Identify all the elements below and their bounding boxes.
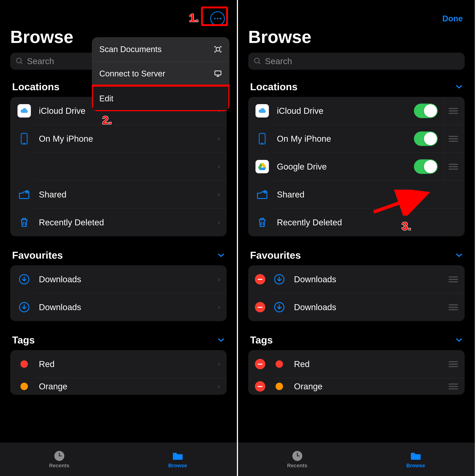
reorder-handle[interactable]: [449, 265, 458, 293]
reorder-handle[interactable]: [449, 378, 458, 395]
locations-header[interactable]: Locations: [248, 81, 465, 97]
favourite-label: Downloads: [294, 302, 443, 312]
left-panel: 1. Browse Search Scan Documents Connect …: [0, 0, 238, 476]
reorder-handle[interactable]: [443, 125, 458, 153]
tag-dot-icon: [275, 383, 283, 390]
svg-rect-6: [21, 133, 27, 144]
location-icloud[interactable]: iCloud Drive: [248, 97, 465, 125]
favourites-card: Downloads › Downloads ›: [10, 265, 227, 321]
location-label: Google Drive: [277, 162, 414, 172]
menu-scan-documents[interactable]: Scan Documents: [92, 37, 229, 61]
tab-recents[interactable]: Recents: [0, 443, 119, 476]
locations-title: Locations: [250, 81, 298, 92]
reorder-handle[interactable]: [449, 350, 458, 378]
tag-orange[interactable]: Orange ›: [10, 378, 227, 395]
delete-button[interactable]: [255, 381, 265, 391]
svg-line-13: [259, 62, 260, 64]
search-icon: [254, 57, 262, 65]
download-icon: [272, 274, 287, 285]
download-icon: [272, 302, 287, 313]
annotation-3: 3.: [402, 220, 411, 233]
done-button[interactable]: Done: [442, 14, 463, 23]
location-label: On My iPhone: [39, 134, 218, 144]
chevron-down-icon: [455, 253, 463, 257]
search-icon: [16, 57, 24, 65]
tab-browse[interactable]: Browse: [119, 443, 237, 476]
tag-red[interactable]: Red: [248, 350, 465, 378]
favourite-label: Downloads: [294, 274, 443, 284]
chevron-right-icon: ›: [218, 219, 220, 226]
chevron-right-icon: ›: [218, 163, 220, 170]
svg-point-12: [255, 58, 259, 63]
scan-icon: [214, 45, 222, 53]
favourite-downloads[interactable]: Downloads ›: [10, 265, 227, 293]
favourite-downloads[interactable]: Downloads ›: [10, 293, 227, 321]
delete-button[interactable]: [255, 359, 265, 369]
tag-label: Orange: [39, 381, 218, 391]
search-placeholder: Search: [265, 56, 292, 66]
delete-button[interactable]: [255, 274, 265, 285]
location-label: Shared: [39, 189, 218, 200]
favourite-downloads[interactable]: Downloads: [248, 265, 465, 293]
icloud-icon: [17, 104, 31, 118]
toggle-icloud[interactable]: [414, 103, 438, 118]
chevron-right-icon: ›: [218, 382, 220, 390]
favourites-header[interactable]: Favourites: [248, 249, 465, 265]
location-empty[interactable]: ›: [10, 153, 227, 181]
location-label: Recently Deleted: [39, 217, 218, 227]
chevron-right-icon: ›: [218, 303, 220, 311]
toggle-google-drive[interactable]: [414, 159, 438, 174]
download-icon: [17, 302, 32, 313]
favourite-downloads[interactable]: Downloads: [248, 293, 465, 321]
location-iphone[interactable]: On My iPhone ›: [10, 125, 227, 153]
tab-recents-label: Recents: [287, 463, 307, 469]
google-drive-icon: [255, 160, 269, 173]
chevron-down-icon: [455, 84, 463, 89]
tag-red[interactable]: Red ›: [10, 350, 227, 378]
toggle-iphone[interactable]: [414, 132, 438, 146]
dropdown-menu: Scan Documents Connect to Server Edit: [92, 37, 229, 111]
menu-connect-server[interactable]: Connect to Server: [92, 61, 229, 85]
tag-orange[interactable]: Orange: [248, 378, 465, 395]
locations-card: iCloud Drive › On My iPhone › › Shared ›…: [10, 97, 227, 236]
tag-dot-icon: [275, 360, 283, 368]
delete-button[interactable]: [255, 302, 265, 312]
locations-title: Locations: [12, 81, 60, 92]
tags-card: Red › Orange ›: [10, 350, 227, 395]
folder-icon: [172, 450, 183, 461]
chevron-down-icon: [217, 338, 225, 342]
favourite-label: Downloads: [39, 302, 218, 312]
shared-folder-icon: [17, 189, 32, 200]
location-shared[interactable]: Shared ›: [10, 181, 227, 208]
chevron-right-icon: ›: [218, 275, 220, 283]
clock-icon: [292, 451, 302, 461]
reorder-handle[interactable]: [443, 153, 458, 181]
favourites-title: Favourites: [250, 249, 301, 261]
icloud-icon: [255, 104, 269, 118]
svg-rect-2: [216, 48, 220, 51]
location-label: On My iPhone: [277, 134, 414, 144]
tab-recents[interactable]: Recents: [238, 443, 357, 476]
search-input[interactable]: Search: [248, 53, 465, 70]
location-recently-deleted[interactable]: Recently Deleted ›: [10, 208, 227, 236]
location-iphone[interactable]: On My iPhone: [248, 125, 465, 153]
tag-dot-icon: [20, 383, 28, 390]
tag-label: Orange: [294, 381, 443, 391]
reorder-handle[interactable]: [443, 97, 458, 125]
tab-browse[interactable]: Browse: [357, 443, 475, 476]
tab-recents-label: Recents: [49, 463, 69, 469]
tab-browse-label: Browse: [406, 463, 425, 469]
tags-header[interactable]: Tags: [248, 334, 465, 350]
chevron-down-icon: [217, 253, 225, 257]
tags-header[interactable]: Tags: [10, 334, 227, 350]
svg-rect-14: [259, 133, 265, 144]
location-label: Recently Deleted: [277, 217, 458, 227]
folder-icon: [410, 450, 421, 461]
iphone-icon: [17, 133, 32, 145]
favourites-header[interactable]: Favourites: [10, 249, 227, 265]
menu-edit[interactable]: Edit: [92, 85, 229, 111]
location-google-drive[interactable]: Google Drive: [248, 153, 465, 181]
svg-line-18: [374, 194, 424, 212]
chevron-right-icon: ›: [218, 135, 220, 143]
reorder-handle[interactable]: [449, 293, 458, 321]
